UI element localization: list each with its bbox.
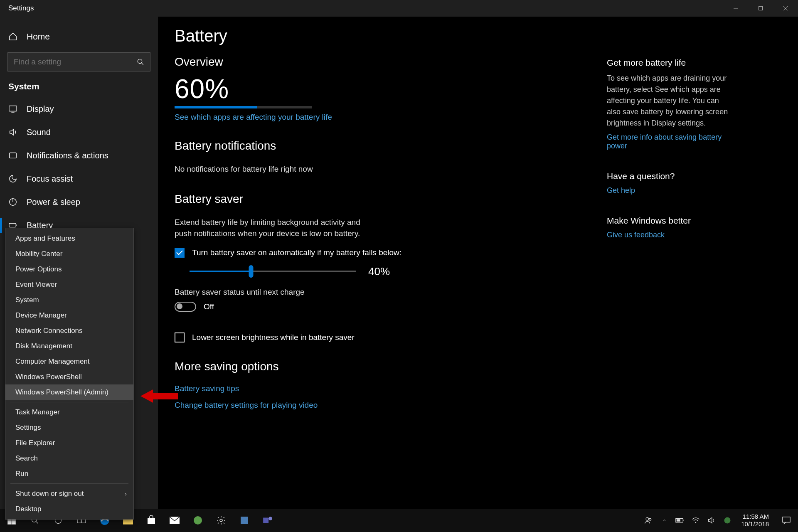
toggle-off[interactable] (175, 302, 196, 312)
power-icon (8, 197, 17, 207)
annotation-red-arrow (140, 388, 178, 404)
taskbar-settings-button[interactable] (209, 509, 233, 532)
context-item[interactable]: Apps and Features (5, 231, 133, 246)
saver-heading: Battery saver (175, 192, 515, 206)
context-item[interactable]: Event Viewer (5, 277, 133, 292)
taskbar-app-button[interactable] (186, 509, 209, 532)
window-title: Settings (8, 4, 34, 12)
right-heading-3: Make Windows better (607, 216, 732, 226)
video-settings-link[interactable]: Change battery settings for playing vide… (175, 401, 318, 409)
context-item[interactable]: Search (5, 451, 133, 466)
saver-status-label: Battery saver status until next charge (175, 286, 515, 298)
saver-description: Extend battery life by limiting backgrou… (175, 217, 374, 239)
feedback-link[interactable]: Give us feedback (607, 231, 665, 239)
sidebar-item-label: Notifications & actions (27, 151, 108, 160)
sidebar-item-sound[interactable]: Sound (0, 121, 158, 144)
right-link-1[interactable]: Get more info about saving battery power (607, 133, 722, 150)
svg-rect-6 (9, 106, 17, 111)
tray-app-icon[interactable] (719, 509, 735, 532)
context-separator (10, 402, 128, 402)
context-item[interactable]: File Explorer (5, 435, 133, 451)
taskbar-teams-button[interactable] (256, 509, 279, 532)
context-item[interactable]: Windows PowerShell (5, 369, 133, 384)
threshold-slider-row: 40% (175, 265, 515, 278)
main-content: Battery Overview 60% See which apps are … (158, 17, 798, 532)
battery-percent: 60% (175, 74, 515, 104)
titlebar: Settings (0, 0, 798, 17)
context-item[interactable]: Power Options (5, 261, 133, 277)
sidebar-item-label: Sound (27, 128, 51, 137)
context-item-powershell-admin[interactable]: Windows PowerShell (Admin) (5, 384, 133, 400)
svg-rect-30 (241, 517, 248, 524)
tray-people-icon[interactable] (640, 509, 656, 532)
context-item[interactable]: Run (5, 466, 133, 481)
sidebar-item-notifications[interactable]: Notifications & actions (0, 144, 158, 167)
taskbar-clock[interactable]: 11:58 AM 10/1/2018 (735, 513, 775, 528)
context-item[interactable]: Task Manager (5, 404, 133, 420)
maximize-button[interactable] (748, 0, 773, 17)
svg-rect-1 (759, 7, 763, 10)
svg-point-33 (646, 517, 649, 520)
saver-toggle-row[interactable]: Off (175, 302, 515, 312)
svg-rect-40 (783, 517, 790, 522)
brightness-checkbox-row[interactable]: Lower screen brightness while in battery… (175, 332, 515, 342)
right-heading-2: Have a question? (607, 171, 732, 181)
home-icon (8, 32, 17, 41)
apps-affecting-link[interactable]: See which apps are affecting your batter… (175, 113, 332, 121)
context-item[interactable]: Mobility Center (5, 246, 133, 261)
search-box[interactable] (7, 52, 150, 71)
taskbar-mail-button[interactable] (163, 509, 186, 532)
context-item[interactable]: Computer Management (5, 354, 133, 369)
sidebar-item-power-sleep[interactable]: Power & sleep (0, 190, 158, 214)
checkbox-unchecked-icon[interactable] (175, 332, 185, 342)
toggle-state-label: Off (204, 302, 214, 311)
get-help-link[interactable]: Get help (607, 186, 635, 195)
context-item-shutdown[interactable]: Shut down or sign out › (5, 486, 133, 501)
close-button[interactable] (773, 0, 798, 17)
winx-context-menu: Apps and Features Mobility Center Power … (5, 228, 134, 520)
display-icon (8, 104, 17, 113)
svg-point-34 (649, 518, 651, 520)
sidebar-item-display[interactable]: Display (0, 97, 158, 121)
context-item[interactable]: Desktop (5, 501, 133, 517)
auto-saver-checkbox-row[interactable]: Turn battery saver on automatically if m… (175, 248, 515, 258)
home-button[interactable]: Home (0, 25, 158, 48)
svg-rect-37 (677, 519, 680, 522)
context-item[interactable]: Network Connections (5, 323, 133, 338)
context-item[interactable]: Device Manager (5, 308, 133, 323)
svg-point-32 (268, 517, 272, 520)
svg-rect-11 (9, 223, 16, 227)
svg-rect-17 (12, 521, 15, 524)
sidebar-section-header: System (0, 81, 158, 91)
threshold-value: 40% (368, 265, 390, 278)
tray-chevron-up-icon[interactable] (656, 509, 672, 532)
tray-wifi-icon[interactable] (688, 509, 704, 532)
sound-icon (8, 128, 17, 137)
notifications-text: No notifications for battery life right … (175, 163, 515, 175)
svg-rect-31 (263, 518, 268, 523)
context-item[interactable]: System (5, 292, 133, 308)
sidebar-item-label: Focus assist (27, 174, 73, 184)
svg-line-5 (141, 63, 143, 65)
auto-saver-label: Turn battery saver on automatically if m… (192, 248, 401, 257)
focus-assist-icon (8, 174, 17, 183)
context-separator (10, 483, 128, 484)
search-input[interactable] (14, 57, 137, 66)
sidebar-item-focus-assist[interactable]: Focus assist (0, 167, 158, 190)
taskbar-store-button[interactable] (140, 509, 163, 532)
action-center-button[interactable] (775, 509, 798, 532)
clock-time: 11:58 AM (741, 513, 769, 520)
threshold-slider[interactable] (190, 271, 356, 272)
page-title: Battery (175, 27, 781, 45)
svg-point-38 (695, 522, 697, 523)
context-item[interactable]: Disk Management (5, 338, 133, 354)
battery-tips-link[interactable]: Battery saving tips (175, 384, 239, 393)
more-options-heading: More saving options (175, 360, 515, 373)
context-item[interactable]: Settings (5, 420, 133, 435)
right-heading-1: Get more battery life (607, 58, 732, 68)
tray-battery-icon[interactable] (672, 509, 688, 532)
minimize-button[interactable] (723, 0, 748, 17)
tray-volume-icon[interactable] (704, 509, 719, 532)
taskbar-app2-button[interactable] (233, 509, 256, 532)
checkbox-checked-icon[interactable] (175, 248, 185, 258)
